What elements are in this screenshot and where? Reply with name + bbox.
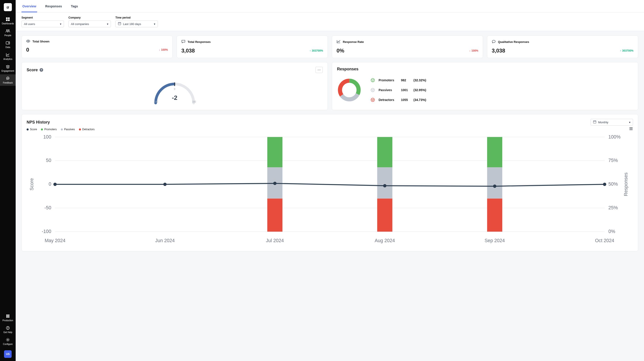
svg-text:100: 100 xyxy=(44,134,51,139)
svg-point-4 xyxy=(6,30,8,31)
smile-icon xyxy=(370,78,375,82)
sidebar: u Dashboards People Data Analytics xyxy=(0,0,16,361)
chevron-down-icon: ▾ xyxy=(60,22,62,26)
kpi-label: Total Responses xyxy=(188,40,211,43)
svg-text:Jun 2024: Jun 2024 xyxy=(155,238,175,243)
sidebar-item-label: Data xyxy=(5,46,10,48)
company-select[interactable]: All companies ▾ xyxy=(68,20,111,27)
svg-point-73 xyxy=(163,183,166,186)
sidebar-item-label: Production xyxy=(2,319,13,322)
svg-text:25%: 25% xyxy=(608,205,618,210)
responses-panel: Responses Promoters 982 xyxy=(332,62,638,110)
data-icon xyxy=(6,41,10,45)
svg-rect-68 xyxy=(487,199,502,232)
svg-point-5 xyxy=(8,30,10,31)
panel-title: NPS History xyxy=(26,120,50,125)
svg-text:-100: -100 xyxy=(42,229,51,234)
resp-label: Passives xyxy=(378,88,397,92)
svg-point-31 xyxy=(372,79,372,80)
nps-history-chart: -100-500501000%25%50%75%100%ScoreRespons… xyxy=(26,132,633,246)
app-logo[interactable]: u xyxy=(4,3,12,11)
time-select[interactable]: Last 180 days ▾ xyxy=(116,20,158,27)
svg-text:75%: 75% xyxy=(608,158,618,163)
svg-point-30 xyxy=(371,78,374,82)
svg-point-72 xyxy=(54,183,57,186)
sidebar-item-dashboards[interactable]: Dashboards xyxy=(0,15,16,26)
sidebar-item-people[interactable]: People xyxy=(0,27,16,38)
resp-label: Promoters xyxy=(378,78,397,82)
svg-rect-64 xyxy=(377,199,392,232)
calendar-icon xyxy=(593,120,596,124)
svg-point-25 xyxy=(28,41,28,41)
svg-text:May 2024: May 2024 xyxy=(45,238,66,243)
svg-rect-18 xyxy=(6,317,7,318)
sidebar-item-engagement[interactable]: Engagement xyxy=(0,62,16,74)
arrow-up-icon: ↑ xyxy=(310,49,311,52)
help-icon[interactable]: ? xyxy=(40,68,43,72)
response-row-promoters: Promoters 982 (32.32%) xyxy=(370,78,426,82)
svg-rect-62 xyxy=(267,137,282,167)
kpi-value: 3,038 xyxy=(492,47,505,54)
tabs: Overview Responses Tags xyxy=(16,0,644,12)
svg-text:50: 50 xyxy=(46,158,52,163)
sidebar-item-configure[interactable]: Configure xyxy=(0,336,16,347)
engagement-icon xyxy=(6,64,10,69)
kpi-delta: ↑303700% xyxy=(620,49,634,52)
svg-text:-50: -50 xyxy=(44,205,52,210)
svg-point-38 xyxy=(373,99,374,100)
resp-pct: (34.73%) xyxy=(414,98,426,102)
filter-segment: Segment All users ▾ xyxy=(22,16,64,27)
frown-icon xyxy=(370,98,375,102)
sidebar-item-label: Get Help xyxy=(3,331,12,334)
tab-overview[interactable]: Overview xyxy=(22,0,37,12)
svg-rect-70 xyxy=(487,137,502,167)
svg-point-36 xyxy=(371,98,374,102)
sidebar-item-feedback[interactable]: Feedback xyxy=(0,74,16,86)
svg-point-10 xyxy=(8,78,8,78)
chevron-down-icon: ▾ xyxy=(107,22,108,26)
svg-point-77 xyxy=(603,183,606,186)
filter-label: Segment xyxy=(22,16,64,19)
svg-text:Aug 2024: Aug 2024 xyxy=(374,238,395,243)
svg-rect-15 xyxy=(6,316,7,317)
chevron-down-icon: ▾ xyxy=(629,121,630,124)
svg-point-76 xyxy=(493,185,496,188)
segment-select[interactable]: All users ▾ xyxy=(22,20,64,27)
sidebar-item-data[interactable]: Data xyxy=(0,39,16,50)
gauge-min-label: -100 xyxy=(154,100,158,103)
history-legend: Score Promoters Passives Detractors xyxy=(26,128,94,131)
tab-tags[interactable]: Tags xyxy=(70,0,79,12)
kpi-delta: ↓100% xyxy=(469,49,478,52)
qchat-icon xyxy=(492,40,496,44)
sidebar-item-get-help[interactable]: Get Help xyxy=(0,324,16,335)
filter-company: Company All companies ▾ xyxy=(68,16,111,27)
more-icon: ⋯ xyxy=(318,68,321,72)
kpi-label: Response Rate xyxy=(343,40,364,43)
svg-rect-3 xyxy=(8,19,10,21)
history-period-select[interactable]: Monthly ▾ xyxy=(590,119,633,126)
avatar[interactable]: US xyxy=(4,350,12,358)
help-icon xyxy=(6,326,10,330)
response-row-detractors: Detractors 1055 (34.73%) xyxy=(370,98,426,102)
chart-menu-button[interactable] xyxy=(629,127,633,131)
svg-rect-39 xyxy=(594,121,596,123)
sidebar-item-analytics[interactable]: Analytics xyxy=(0,51,16,62)
kpi-label: Qualitative Responses xyxy=(498,40,529,43)
sidebar-item-production[interactable]: Production xyxy=(0,312,16,324)
svg-point-34 xyxy=(372,89,372,90)
svg-text:Sep 2024: Sep 2024 xyxy=(484,238,505,243)
tab-responses[interactable]: Responses xyxy=(44,0,63,12)
score-panel: Score ? ⋯ 0 -2 xyxy=(22,62,328,110)
svg-rect-19 xyxy=(8,317,8,318)
calendar-icon xyxy=(118,22,121,26)
configure-icon xyxy=(6,338,10,342)
svg-text:0: 0 xyxy=(48,181,51,187)
svg-rect-24 xyxy=(118,22,121,25)
kpi-response-rate: Response Rate 0% ↓100% xyxy=(332,35,483,58)
kpi-label: Total Shown xyxy=(32,40,50,43)
dashboards-icon xyxy=(6,17,10,21)
more-button[interactable]: ⋯ xyxy=(316,67,323,73)
svg-text:Responses: Responses xyxy=(623,172,628,196)
resp-pct: (32.95%) xyxy=(414,88,426,92)
svg-point-74 xyxy=(273,182,276,185)
